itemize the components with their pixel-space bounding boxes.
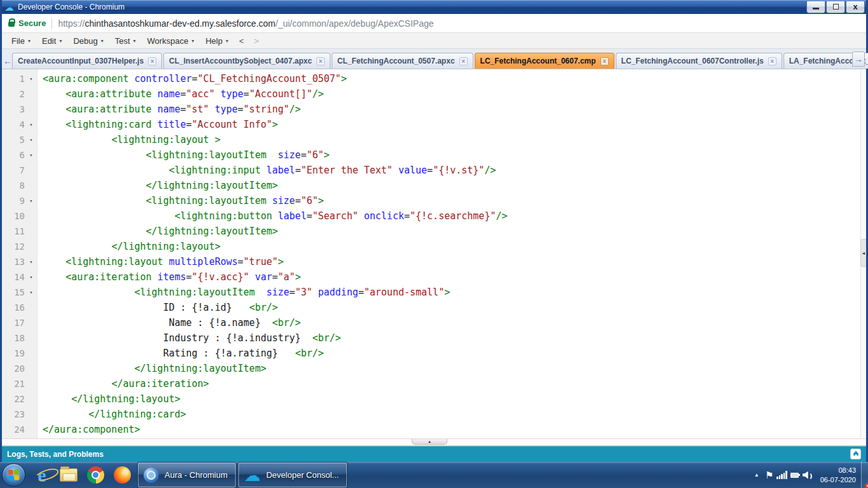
url-bar[interactable]: Secure https://chinthasantoshkumar-dev-e… (2, 14, 866, 33)
salesforce-cloud-icon: ☁ (244, 467, 261, 484)
code-text: <aura:attribute name="acc" type="Account… (37, 86, 324, 102)
code-line[interactable]: 7 <lightning:input label="Enter the Text… (2, 163, 866, 178)
tab-close-icon[interactable]: × (316, 57, 325, 65)
close-button[interactable]: x (846, 1, 865, 13)
tab-LC_FetchingAccount_0607.cmp[interactable]: LC_FetchingAccount_0607.cmp× (475, 53, 614, 69)
network-icon[interactable] (776, 462, 789, 488)
volume-icon[interactable] (801, 462, 814, 488)
tab-CL_FetchingAccount_0507.apxc[interactable]: CL_FetchingAccount_0507.apxc× (332, 53, 473, 69)
code-text: Industry : {!a.industry} <br/> (37, 330, 341, 346)
code-line[interactable]: 15▾ <lightning:layoutItem size="3" paddi… (2, 285, 866, 300)
right-panel-collapse-handle[interactable]: ◄ (860, 239, 866, 267)
menu-label: Workspace (147, 36, 189, 46)
fold-toggle-icon[interactable]: ▾ (25, 285, 37, 300)
code-line[interactable]: 8 </lightning:layoutItem> (2, 178, 866, 193)
bottom-panel-collapse-handle[interactable]: ▲ (412, 439, 447, 445)
fold-toggle-icon[interactable]: ▾ (25, 117, 37, 132)
code-line[interactable]: 19 Rating : {!a.rating} <br/> (2, 346, 866, 361)
windows-logo-icon (8, 469, 19, 480)
code-line[interactable]: 12 </lightning:layout> (2, 239, 866, 254)
taskbar-item-internet-explorer[interactable]: e (29, 462, 55, 488)
code-line[interactable]: 6▾ <lightning:layoutItem size="6"> (2, 147, 866, 163)
code-line[interactable]: 20 </lightning:layoutItem> (2, 361, 866, 376)
code-text: <aura:iteration items="{!v.acc}" var="a"… (37, 269, 301, 285)
tab-close-icon[interactable]: × (459, 57, 468, 65)
code-line[interactable]: 16 ID : {!a.id} <br/> (2, 300, 866, 315)
code-line[interactable]: 14▾ <aura:iteration items="{!v.acc}" var… (2, 269, 866, 285)
tab-scroll-left-button[interactable]: ← (3, 53, 12, 69)
bottom-panel-splitter[interactable]: ▲ (2, 438, 866, 446)
menu-workspace[interactable]: Workspace▾ (142, 33, 200, 48)
taskbar-item-firefox[interactable] (109, 462, 135, 488)
code-text: <lightning:layout > (37, 132, 220, 147)
fold-toggle-icon[interactable]: ▾ (25, 254, 37, 269)
code-line[interactable]: 22 </lightning:layout> (2, 391, 866, 407)
taskbar-item-file-explorer[interactable] (55, 462, 82, 488)
menu-file[interactable]: File▾ (6, 33, 36, 48)
expand-logs-button[interactable] (850, 449, 861, 459)
fold-spacer (25, 346, 37, 361)
code-line[interactable]: 3 <aura:attribute name="st" type="string… (2, 102, 866, 117)
menu-label: Test (115, 36, 130, 46)
code-text: </lightning:layout> (37, 391, 180, 407)
show-hidden-icons-button[interactable]: ▲ (750, 462, 763, 488)
code-line[interactable]: 13▾ <lightning:layout multipleRows="true… (2, 254, 866, 269)
menu-debug[interactable]: Debug▾ (67, 33, 109, 48)
code-line[interactable]: 9▾ <lightning:layoutItem size="6"> (2, 193, 866, 208)
browser-window: ☁ Developer Console - Chromium x Secure … (0, 0, 868, 462)
fold-toggle-icon[interactable]: ▾ (25, 71, 37, 86)
menu-test[interactable]: Test▾ (109, 33, 142, 48)
battery-icon[interactable] (789, 462, 801, 488)
start-button[interactable] (2, 463, 25, 487)
padlock-icon[interactable] (8, 22, 15, 27)
code-line[interactable]: 24</aura:component> (2, 422, 866, 437)
fold-toggle-icon[interactable]: ▾ (25, 193, 37, 208)
system-tray: ▲ ⚑ × 08:43 06-07-2020 (750, 462, 868, 488)
code-line[interactable]: 1▾<aura:component controller="CL_Fetchin… (2, 71, 866, 86)
tab-close-icon[interactable]: × (148, 57, 156, 65)
code-line[interactable]: 5▾ <lightning:layout > (2, 132, 866, 147)
nav-back-button[interactable]: < (234, 36, 249, 46)
tab-label: CL_InsertAccountbySobject_0407.apxc (169, 57, 312, 65)
tab-scroll-right-button[interactable]: → (852, 51, 865, 67)
code-line[interactable]: 18 Industry : {!a.industry} <br/> (2, 330, 866, 346)
line-number: 5 (2, 132, 25, 147)
tab-close-icon[interactable]: × (768, 57, 776, 65)
url-separator (51, 18, 52, 29)
taskbar-window-aura-chromium[interactable]: Aura - Chromium (138, 463, 236, 487)
taskbar-clock[interactable]: 08:43 06-07-2020 (820, 466, 856, 485)
nav-forward-button[interactable]: > (249, 36, 264, 46)
code-line[interactable]: 17 Name : {!a.name} <br/> (2, 315, 866, 330)
code-line[interactable]: 21 </aura:iteration> (2, 376, 866, 391)
logs-bar[interactable]: Logs, Tests, and Problems (2, 446, 866, 462)
fold-spacer (25, 330, 37, 346)
restore-button[interactable] (826, 1, 845, 13)
fold-toggle-icon[interactable]: ▾ (25, 269, 37, 285)
fold-toggle-icon[interactable]: ▾ (25, 147, 37, 163)
menu-edit[interactable]: Edit▾ (36, 33, 67, 48)
fold-toggle-icon[interactable]: ▾ (25, 132, 37, 147)
taskbar-item-chrome[interactable] (82, 462, 109, 488)
code-line[interactable]: 10 <lightning:button label="Search" oncl… (2, 208, 866, 224)
tab-close-icon[interactable]: × (600, 57, 609, 65)
window-controls: x (806, 1, 865, 13)
code-line[interactable]: 4▾ <lightning:card title="Account Info"> (2, 117, 866, 132)
logs-bar-label: Logs, Tests, and Problems (7, 450, 104, 459)
address-text[interactable]: https://chinthasantoshkumar-dev-ed.my.sa… (58, 18, 433, 29)
code-editor[interactable]: 1▾<aura:component controller="CL_Fetchin… (2, 69, 866, 438)
menu-label: Help (205, 36, 222, 46)
code-text: <aura:component controller="CL_FetchingA… (37, 71, 347, 86)
action-center-flag-icon[interactable]: ⚑ × (763, 462, 776, 488)
menu-help[interactable]: Help▾ (200, 33, 234, 48)
secure-label[interactable]: Secure (18, 18, 46, 28)
code-line[interactable]: 2 <aura:attribute name="acc" type="Accou… (2, 86, 866, 102)
code-line[interactable]: 11 </lightning:layoutItem> (2, 224, 866, 239)
taskbar-window-developer-console[interactable]: ☁ Developer Consol... (238, 463, 347, 487)
tab-CreateAccountInput_0307Helper.js[interactable]: CreateAccountInput_0307Helper.js× (12, 53, 162, 69)
code-line[interactable]: 23 </lightning:card> (2, 407, 866, 422)
tab-LC_FetchingAccount_0607Controller.js[interactable]: LC_FetchingAccount_0607Controller.js× (616, 53, 782, 69)
line-number: 16 (2, 300, 25, 315)
taskbar-window-label: Aura - Chromium (165, 470, 227, 480)
tab-CL_InsertAccountbySobject_0407.apxc[interactable]: CL_InsertAccountbySobject_0407.apxc× (163, 53, 330, 69)
minimize-button[interactable] (806, 1, 825, 13)
